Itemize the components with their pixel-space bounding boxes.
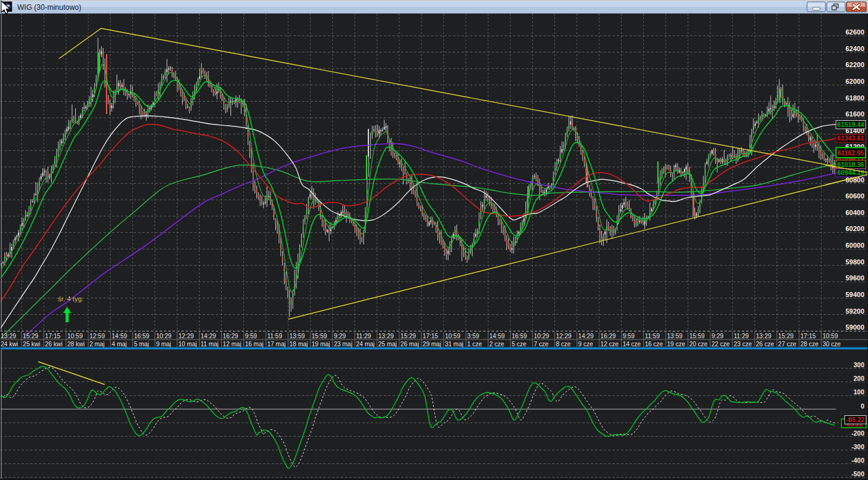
- svg-text:26 cze: 26 cze: [756, 341, 774, 348]
- svg-text:5 maj: 5 maj: [134, 341, 148, 348]
- svg-text:14:59: 14:59: [112, 333, 127, 340]
- svg-text:59000: 59000: [845, 323, 864, 331]
- svg-text:12 cze: 12 cze: [601, 341, 619, 348]
- svg-text:9:59: 9:59: [245, 333, 258, 340]
- svg-text:10:59: 10:59: [445, 333, 460, 340]
- svg-text:300: 300: [853, 361, 864, 368]
- svg-text:16:59: 16:59: [511, 333, 527, 340]
- svg-text:60944.19: 60944.19: [837, 169, 864, 176]
- svg-text:10 maj: 10 maj: [179, 341, 197, 348]
- svg-text:10:59: 10:59: [822, 333, 838, 340]
- svg-text:2 cze: 2 cze: [489, 341, 504, 348]
- svg-text:9:29: 9:29: [712, 333, 724, 340]
- svg-text:62000: 62000: [845, 78, 864, 85]
- svg-text:11:59: 11:59: [645, 333, 660, 340]
- svg-text:100: 100: [853, 388, 864, 396]
- svg-text:61519.44: 61519.44: [837, 121, 864, 128]
- svg-text:59600: 59600: [845, 274, 864, 282]
- svg-text:15:29: 15:29: [778, 333, 793, 340]
- svg-text:14 cze: 14 cze: [623, 341, 641, 348]
- svg-text:200: 200: [853, 375, 864, 382]
- svg-text:59400: 59400: [845, 291, 864, 298]
- svg-text:14:59: 14:59: [489, 333, 505, 340]
- svg-text:-400: -400: [851, 457, 864, 464]
- svg-text:24 kwi: 24 kwi: [1, 341, 18, 348]
- svg-text:26 maj: 26 maj: [400, 341, 419, 348]
- svg-text:12 maj: 12 maj: [223, 341, 241, 348]
- svg-text:12:59: 12:59: [89, 333, 105, 340]
- svg-text:16:29: 16:29: [223, 333, 238, 340]
- svg-text:12:29: 12:29: [556, 333, 572, 340]
- svg-text:59200: 59200: [845, 307, 864, 315]
- svg-text:11:29: 11:29: [356, 333, 371, 340]
- svg-text:61162.95: 61162.95: [837, 149, 864, 157]
- svg-text:17:15: 17:15: [45, 333, 60, 340]
- svg-text:14:29: 14:29: [201, 333, 216, 340]
- svg-text:9 cze: 9 cze: [578, 341, 593, 348]
- svg-text:-85.22: -85.22: [846, 416, 865, 423]
- svg-text:13:29: 13:29: [378, 333, 394, 340]
- svg-text:59800: 59800: [845, 258, 864, 266]
- svg-text:15:29: 15:29: [23, 333, 38, 340]
- svg-text:-200: -200: [851, 429, 864, 437]
- svg-text:61600: 61600: [845, 110, 864, 118]
- svg-text:13:59: 13:59: [667, 333, 683, 340]
- svg-text:30 cze: 30 cze: [822, 341, 841, 348]
- svg-text:26 kwi: 26 kwi: [45, 341, 62, 348]
- svg-text:12:29: 12:29: [179, 333, 194, 340]
- svg-text:9:59: 9:59: [623, 333, 635, 340]
- svg-text:śr. 4 tyg.: śr. 4 tyg.: [58, 295, 84, 303]
- svg-text:16:59: 16:59: [134, 333, 149, 340]
- svg-text:27 cze: 27 cze: [778, 341, 797, 348]
- svg-text:22 cze: 22 cze: [712, 341, 730, 348]
- svg-text:31 maj: 31 maj: [445, 341, 463, 348]
- svg-text:19 cze: 19 cze: [667, 341, 686, 348]
- svg-text:13:59: 13:59: [290, 333, 305, 340]
- svg-text:24 maj: 24 maj: [356, 341, 375, 348]
- svg-text:9:29: 9:29: [334, 333, 346, 340]
- svg-text:15:59: 15:59: [312, 333, 327, 340]
- svg-text:10:29: 10:29: [533, 333, 549, 340]
- svg-text:23 maj: 23 maj: [334, 341, 352, 348]
- svg-text:4 maj: 4 maj: [112, 341, 126, 348]
- svg-text:23 cze: 23 cze: [734, 341, 752, 348]
- svg-text:61018.36: 61018.36: [837, 161, 864, 168]
- svg-text:11:29: 11:29: [734, 333, 749, 340]
- svg-text:0: 0: [861, 402, 864, 410]
- svg-text:3:59: 3:59: [467, 333, 479, 340]
- svg-text:28 cze: 28 cze: [800, 341, 819, 348]
- svg-text:11:59: 11:59: [267, 333, 283, 340]
- svg-text:13:29: 13:29: [1, 333, 16, 340]
- svg-text:29 maj: 29 maj: [423, 341, 441, 348]
- svg-text:19 maj: 19 maj: [312, 341, 330, 348]
- svg-text:14:29: 14:29: [578, 333, 594, 340]
- svg-text:60000: 60000: [845, 242, 864, 249]
- svg-text:25 kwi: 25 kwi: [23, 341, 40, 348]
- svg-text:18 maj: 18 maj: [290, 341, 308, 348]
- svg-text:16:29: 16:29: [601, 333, 616, 340]
- svg-text:10:29: 10:29: [156, 333, 171, 340]
- svg-text:61343.61: 61343.61: [837, 134, 864, 142]
- svg-text:16 maj: 16 maj: [245, 341, 264, 348]
- svg-text:60200: 60200: [845, 225, 864, 232]
- svg-text:9 maj: 9 maj: [156, 341, 171, 348]
- svg-text:60400: 60400: [845, 209, 864, 216]
- svg-text:17:15: 17:15: [800, 333, 816, 340]
- svg-text:17:15: 17:15: [423, 333, 438, 340]
- svg-text:62200: 62200: [845, 61, 864, 68]
- svg-text:10:59: 10:59: [67, 333, 83, 340]
- svg-text:15:29: 15:29: [400, 333, 416, 340]
- svg-text:16 cze: 16 cze: [645, 341, 663, 348]
- svg-text:-500: -500: [851, 470, 864, 478]
- svg-text:13:29: 13:29: [756, 333, 771, 340]
- svg-text:60600: 60600: [845, 192, 864, 200]
- svg-text:5 cze: 5 cze: [511, 341, 526, 348]
- svg-text:62600: 62600: [845, 28, 864, 36]
- svg-text:WIG (30-minutowo): WIG (30-minutowo): [17, 3, 81, 12]
- svg-text:2 maj: 2 maj: [89, 341, 104, 348]
- svg-text:17 maj: 17 maj: [267, 341, 286, 348]
- svg-text:20 cze: 20 cze: [689, 341, 708, 348]
- svg-text:8 cze: 8 cze: [556, 341, 571, 348]
- svg-text:62400: 62400: [845, 45, 864, 52]
- svg-text:7 cze: 7 cze: [533, 341, 548, 348]
